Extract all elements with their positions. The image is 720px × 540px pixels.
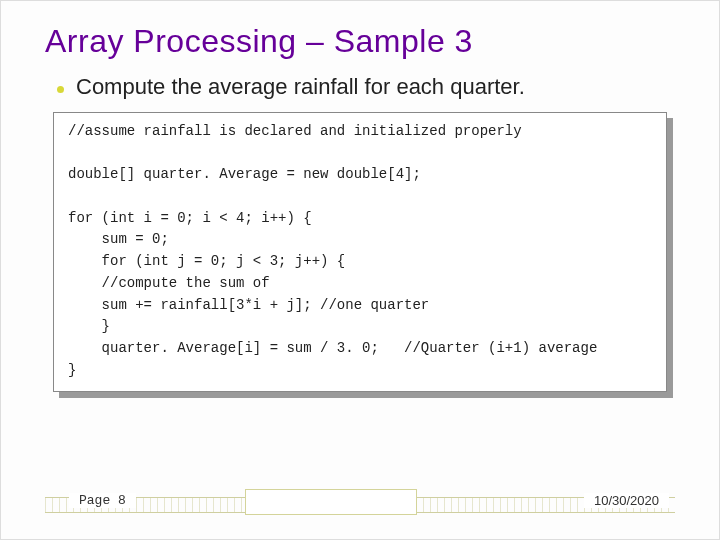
bullet-text: Compute the average rainfall for each qu… [76,74,525,100]
slide-title: Array Processing – Sample 3 [45,23,675,60]
page-number: Page 8 [69,493,136,508]
bullet-item: Compute the average rainfall for each qu… [57,74,675,100]
bullet-icon [57,86,64,93]
footer-placeholder [245,489,417,515]
slide-date: 10/30/2020 [584,493,669,508]
slide-footer: Page 8 10/30/2020 [45,489,675,517]
slide: Array Processing – Sample 3 Compute the … [0,0,720,540]
code-block-container: //assume rainfall is declared and initia… [53,112,667,392]
code-block: //assume rainfall is declared and initia… [53,112,667,392]
